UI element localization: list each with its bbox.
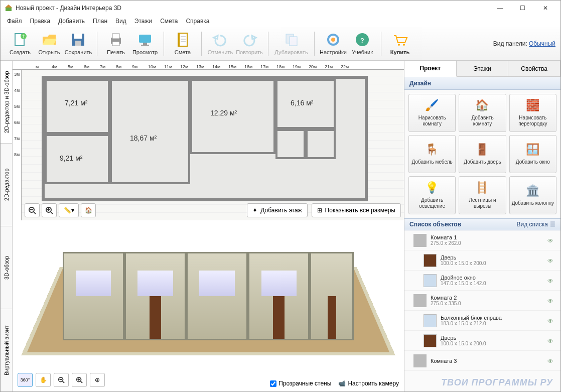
svg-line-35 xyxy=(63,381,65,383)
ruler-vertical: 3м4м5м6м7м8м xyxy=(13,70,22,220)
measure-button[interactable]: 📏▾ xyxy=(59,203,79,217)
visibility-icon[interactable]: 👁 xyxy=(547,358,555,364)
model-3d[interactable] xyxy=(43,238,374,374)
design-btn-7[interactable]: 🪜Лестницы и вырезы xyxy=(459,176,506,214)
design-btn-4[interactable]: 🚪Добавить дверь xyxy=(459,135,506,173)
maximize-button[interactable]: ☐ xyxy=(511,1,534,16)
pan-button[interactable]: ✋ xyxy=(36,373,51,387)
zoom-out-2d[interactable] xyxy=(25,203,40,217)
zoom-in-3d[interactable] xyxy=(72,373,87,387)
home-button[interactable]: 🏠 xyxy=(81,203,96,217)
zoom-in-2d[interactable] xyxy=(42,203,57,217)
preview-button[interactable]: Просмотр xyxy=(130,30,160,57)
list-item[interactable]: Балконный блок справа183.0 x 15.0 x 212.… xyxy=(404,311,560,331)
svg-point-26 xyxy=(403,44,405,46)
design-btn-8[interactable]: 🏛️Добавить колонну xyxy=(509,176,556,214)
list-item[interactable]: Комната 1275.0 x 262.0👁 xyxy=(404,230,560,250)
svg-line-28 xyxy=(34,212,36,214)
svg-line-31 xyxy=(51,212,53,214)
design-btn-3[interactable]: 🪑Добавить мебель xyxy=(408,135,456,173)
svg-rect-11 xyxy=(139,35,151,43)
menu-plan[interactable]: План xyxy=(89,17,111,26)
settings-button[interactable]: Настройки xyxy=(319,30,348,57)
buy-button[interactable]: Купить xyxy=(385,30,414,57)
view-3d[interactable]: 360° ✋ ⊕ Прозрачные стены 📹Настроить кам… xyxy=(13,220,404,392)
plan-2d-view[interactable]: 3м4м5м6м7м8м 7,21 м² 18,67 м² 12,29 м² 6… xyxy=(13,70,404,220)
show-dimensions-button[interactable]: ⊞Показывать все размеры xyxy=(312,203,401,217)
tab-3d[interactable]: 3D-обзор xyxy=(1,226,12,309)
tab-floors[interactable]: Этажи xyxy=(457,61,509,76)
list-item[interactable]: Дверь100.0 x 15.0 x 200.0👁 xyxy=(404,250,560,271)
undo-button[interactable]: Отменить xyxy=(206,30,235,57)
menu-floors[interactable]: Этажи xyxy=(131,17,156,26)
svg-point-22 xyxy=(331,38,335,42)
room-area-1: 7,21 м² xyxy=(65,99,87,107)
open-button[interactable]: Открыть xyxy=(35,30,64,57)
design-btn-0[interactable]: 🖌️Нарисовать комнату xyxy=(408,94,456,132)
svg-rect-20 xyxy=(290,37,297,46)
list-item[interactable]: Комната 3👁 xyxy=(404,351,560,371)
menu-add[interactable]: Добавить xyxy=(55,17,88,26)
visibility-icon[interactable]: 👁 xyxy=(547,338,555,344)
duplicate-button[interactable]: Дублировать xyxy=(272,30,310,57)
list-item[interactable]: Двойное окно147.0 x 15.0 x 142.0👁 xyxy=(404,271,560,291)
design-header: Дизайн xyxy=(404,77,560,90)
estimate-button[interactable]: Смета xyxy=(168,30,197,57)
design-btn-5[interactable]: 🪟Добавить окно xyxy=(509,135,556,173)
design-btn-1[interactable]: 🏠Добавить комнату xyxy=(459,94,506,132)
menu-file[interactable]: Файл xyxy=(4,17,26,26)
menu-estimate[interactable]: Смета xyxy=(157,17,181,26)
visibility-icon[interactable]: 👁 xyxy=(547,278,555,284)
svg-text:?: ? xyxy=(360,37,364,44)
menu-edit[interactable]: Правка xyxy=(27,17,54,26)
design-btn-6[interactable]: 💡Добавить освещение xyxy=(408,176,456,214)
floorplan[interactable]: 7,21 м² 18,67 м² 12,29 м² 6,16 м² 9,21 м… xyxy=(42,76,368,201)
main-toolbar: +Создать Открыть Сохранить Печать Просмо… xyxy=(1,27,560,61)
tab-properties[interactable]: Свойства xyxy=(508,61,560,76)
menubar: Файл Правка Добавить План Вид Этажи Смет… xyxy=(1,16,560,27)
add-floor-button[interactable]: ✦Добавить этаж xyxy=(247,203,307,217)
tab-project[interactable]: Проект xyxy=(404,61,457,77)
list-item[interactable]: Дверь100.0 x 15.0 x 200.0👁 xyxy=(404,331,560,351)
app-icon xyxy=(5,4,13,12)
tab-2d[interactable]: 2D-редактор xyxy=(1,144,12,226)
layers-icon: ✦ xyxy=(252,207,257,214)
svg-rect-12 xyxy=(143,43,147,45)
list-mode-toggle[interactable]: Вид списка ☰ xyxy=(517,221,555,228)
visibility-icon[interactable]: 👁 xyxy=(547,237,555,243)
print-button[interactable]: Печать xyxy=(101,30,130,57)
svg-point-25 xyxy=(398,44,400,46)
rotate-360-button[interactable]: 360° xyxy=(18,373,33,387)
room-area-4: 6,16 м² xyxy=(291,99,313,107)
close-button[interactable]: ✕ xyxy=(534,1,556,16)
tutorial-button[interactable]: ?Учебник xyxy=(348,30,377,57)
tab-virtual[interactable]: Виртуальный визит xyxy=(1,309,12,392)
tab-2d-3d[interactable]: 2D-редактор и 3D-обзор xyxy=(1,61,12,144)
svg-marker-1 xyxy=(5,5,12,8)
list-item[interactable]: Комната 2275.0 x 335.0👁 xyxy=(404,291,560,311)
visibility-icon[interactable]: 👁 xyxy=(547,298,555,304)
room-area-2: 18,67 м² xyxy=(130,134,157,142)
camera-settings-button[interactable]: 📹Настроить камеру xyxy=(338,380,399,387)
visibility-icon[interactable]: 👁 xyxy=(547,257,555,264)
object-list: Комната 1275.0 x 262.0👁Дверь100.0 x 15.0… xyxy=(404,230,560,392)
left-view-tabs: 2D-редактор и 3D-обзор 2D-редактор 3D-об… xyxy=(1,61,13,392)
panel-mode-link[interactable]: Обычный xyxy=(529,40,555,47)
center-view-button[interactable]: ⊕ xyxy=(90,373,105,387)
titlebar: Новый проект - Дизайн Интерьера 3D — ☐ ✕ xyxy=(1,1,560,16)
menu-help[interactable]: Справка xyxy=(182,17,213,26)
transparent-walls-checkbox[interactable]: Прозрачные стены xyxy=(270,380,331,387)
design-btn-2[interactable]: 🧱Нарисовать перегородку xyxy=(509,94,556,132)
visibility-icon[interactable]: 👁 xyxy=(547,318,555,324)
right-panel: Проект Этажи Свойства Дизайн 🖌️Нарисоват… xyxy=(404,61,560,392)
svg-rect-6 xyxy=(74,34,82,39)
new-button[interactable]: +Создать xyxy=(6,30,35,57)
minimize-button[interactable]: — xyxy=(489,1,511,16)
camera-icon: 📹 xyxy=(338,380,346,387)
objects-header: Список объектов xyxy=(409,221,461,228)
menu-view[interactable]: Вид xyxy=(112,17,130,26)
redo-button[interactable]: Повторить xyxy=(235,30,264,57)
save-button[interactable]: Сохранить xyxy=(64,30,93,57)
zoom-out-3d[interactable] xyxy=(54,373,69,387)
dimensions-icon: ⊞ xyxy=(317,207,322,214)
